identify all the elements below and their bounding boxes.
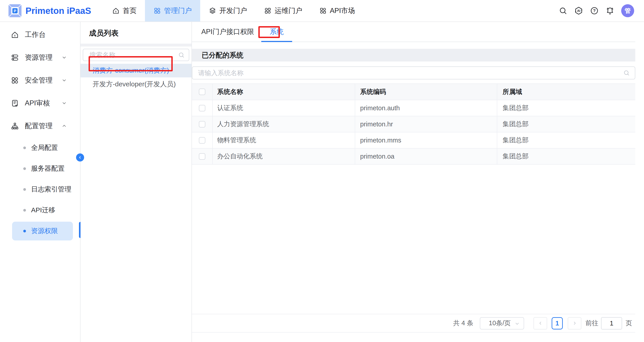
page-number-button[interactable]: 1 [552, 317, 563, 330]
table-row: 人力资源管理系统 primeton.hr 集团总部 [192, 116, 635, 132]
top-bar: P Primeton iPaaS 首页 管理门户 开发门户 运维门户 API市场 [0, 0, 644, 22]
logo-text: Primeton iPaaS [26, 6, 91, 16]
chevron-up-icon [61, 123, 67, 129]
row-checkbox[interactable] [199, 137, 205, 144]
pagination-bar: 共 4 条 10条/页 1 前往 页 [192, 314, 635, 332]
nav-item-admin-portal[interactable]: 管理门户 [145, 0, 200, 22]
system-search-input[interactable] [198, 69, 623, 77]
search-icon[interactable] [558, 6, 568, 15]
sidebar-item-workbench[interactable]: 工作台 [0, 23, 80, 46]
table-header-row: 系统名称 系统编码 所属域 [192, 84, 635, 100]
sidebar-subitem-server-config[interactable]: 服务器配置 [0, 158, 80, 179]
notification-bell-icon[interactable] [606, 6, 614, 15]
content-spacer [192, 165, 635, 314]
table-row: 办公自动化系统 primeton.oa 集团总部 [192, 148, 635, 165]
sidebar: 工作台 资源管理 安全管理 API审核 配置管理 全局配置 服务器 [0, 22, 80, 342]
member-search-box [83, 49, 189, 61]
dev-portal-layers-icon [209, 7, 216, 14]
row-checkbox[interactable] [199, 121, 205, 128]
column-header-system-code: 系统编码 [355, 84, 497, 100]
select-all-checkbox[interactable] [199, 88, 205, 95]
help-icon[interactable]: ? [590, 6, 599, 15]
logo-icon: P [8, 4, 22, 18]
bullet-dot [23, 188, 26, 191]
sidebar-item-config-mgmt[interactable]: 配置管理 [0, 114, 80, 137]
api-review-icon [11, 99, 19, 107]
ops-portal-grid-icon [264, 7, 272, 14]
row-checkbox[interactable] [199, 153, 205, 160]
selected-subitem-pill: 资源权限 [12, 222, 73, 240]
tab-api-portal-permission[interactable]: API门户接口权限 [197, 22, 258, 42]
svg-text:AI: AI [577, 9, 580, 12]
config-icon [11, 122, 19, 130]
section-header: 已分配的系统 [192, 49, 635, 62]
next-page-button[interactable] [568, 317, 581, 330]
sidebar-item-security-mgmt[interactable]: 安全管理 [0, 69, 80, 92]
workbench-icon [11, 31, 19, 39]
member-list-panel: 成员列表 消费方-consumer(消费方) 开发方-developer(开发人… [80, 22, 192, 342]
prev-page-button[interactable] [534, 317, 547, 330]
chevron-down-icon [61, 100, 67, 106]
bullet-dot [23, 146, 26, 149]
chevron-down-icon [514, 321, 520, 326]
bullet-dot [23, 209, 26, 212]
admin-portal-grid-icon [154, 7, 161, 14]
svg-text:?: ? [593, 8, 596, 13]
systems-table: 系统名称 系统编码 所属域 认证系统 primeton.auth 集团总部 人力… [192, 84, 635, 165]
chevron-right-icon [572, 320, 577, 326]
main-content: API门户接口权限 系统 已分配的系统 系统名称 系统编码 所属域 [192, 22, 644, 342]
tab-system[interactable]: 系统 [261, 22, 292, 42]
page-unit-label: 页 [626, 319, 632, 328]
api-market-grid-icon [319, 7, 327, 14]
member-list: 消费方-consumer(消费方) 开发方-developer(开发人员) [80, 64, 192, 91]
table-row: 物料管理系统 primeton.mms 集团总部 [192, 132, 635, 148]
column-header-system-name: 系统名称 [213, 84, 355, 100]
top-right-actions: AI ? 管 [558, 4, 644, 17]
sidebar-item-resource-mgmt[interactable]: 资源管理 [0, 46, 80, 69]
goto-label: 前往 [586, 319, 598, 328]
sidebar-subitem-resource-permission[interactable]: 资源权限 [0, 220, 80, 241]
app-logo: P Primeton iPaaS [8, 4, 91, 18]
nav-item-api-market[interactable]: API市场 [311, 0, 363, 22]
ai-assistant-icon[interactable]: AI [574, 6, 583, 15]
svg-text:P: P [14, 9, 16, 13]
home-icon [112, 7, 120, 14]
nav-item-ops-portal[interactable]: 运维门户 [256, 0, 311, 22]
pagination-total: 共 4 条 [453, 319, 473, 328]
user-avatar[interactable]: 管 [621, 4, 634, 17]
member-item-developer[interactable]: 开发方-developer(开发人员) [80, 78, 192, 91]
member-item-consumer[interactable]: 消费方-consumer(消费方) [80, 64, 192, 78]
panel-divider-band [80, 44, 192, 46]
top-nav: 首页 管理门户 开发门户 运维门户 API市场 [104, 0, 363, 22]
tabs-bar: API门户接口权限 系统 [192, 22, 635, 42]
sidebar-collapse-button[interactable] [76, 154, 84, 162]
goto-page-input[interactable] [601, 317, 622, 330]
search-icon[interactable] [623, 70, 630, 76]
bullet-dot [23, 167, 26, 170]
resource-icon [11, 54, 19, 62]
column-header-domain: 所属域 [497, 84, 635, 100]
security-icon [11, 76, 19, 84]
member-panel-title: 成员列表 [80, 22, 192, 44]
bullet-dot [23, 230, 26, 232]
chevron-down-icon [61, 78, 67, 83]
system-search-box [192, 66, 635, 80]
chevron-down-icon [61, 54, 67, 60]
sidebar-subitem-global-config[interactable]: 全局配置 [0, 137, 80, 158]
table-row: 认证系统 primeton.auth 集团总部 [192, 100, 635, 116]
nav-item-home[interactable]: 首页 [104, 0, 145, 22]
nav-item-dev-portal[interactable]: 开发门户 [200, 0, 256, 22]
sidebar-subitem-api-migration[interactable]: API迁移 [0, 200, 80, 220]
page-size-select[interactable]: 10条/页 [480, 317, 524, 330]
chevron-left-icon [78, 155, 82, 160]
chevron-left-icon [538, 320, 543, 326]
sidebar-subitem-log-index-mgmt[interactable]: 日志索引管理 [0, 179, 80, 200]
row-checkbox[interactable] [199, 105, 205, 112]
sidebar-item-api-review[interactable]: API审核 [0, 92, 80, 114]
member-search-input[interactable] [90, 51, 178, 58]
search-icon[interactable] [178, 52, 185, 58]
active-tab-underline [261, 41, 292, 42]
